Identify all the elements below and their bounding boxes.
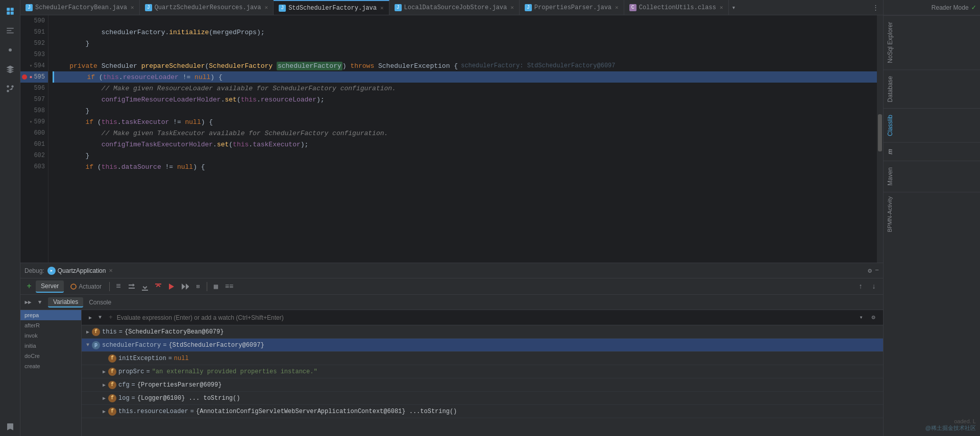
breakpoint-area-591[interactable] [20, 27, 29, 38]
breakpoint-area-598[interactable] [20, 105, 29, 116]
debug-step-out-btn[interactable] [152, 280, 164, 293]
frame-prepareScheduler[interactable]: prepa [20, 310, 81, 320]
var-expand-rl[interactable]: ▶ [100, 407, 108, 416]
tab-collection-utils[interactable]: C CollectionUtils.class ✕ [624, 0, 729, 15]
reader-mode-check-icon[interactable]: ✓ [972, 3, 976, 12]
var-expand-this[interactable]: ▶ [84, 328, 92, 336]
var-row-initException[interactable]: ▶ f initException = null [82, 352, 883, 365]
debug-resume-btn[interactable] [179, 280, 191, 293]
right-panel-classlib[interactable]: Classlib [884, 108, 980, 142]
right-panel-maven[interactable]: Maven [884, 161, 980, 192]
var-badge-sf: p [92, 341, 100, 349]
frame-afterPropertiesSet[interactable]: afterR [20, 320, 81, 330]
breakpoint-area-594[interactable] [20, 60, 29, 71]
eval-input[interactable] [117, 314, 853, 321]
eval-history-btn[interactable]: ▾ [855, 312, 867, 323]
tab-close-4[interactable]: ✕ [510, 4, 514, 11]
var-row-resourceLoader[interactable]: ▶ f this.resourceLoader = {AnnotationCon… [82, 405, 883, 418]
eval-settings-btn[interactable]: ⚙ [868, 312, 879, 323]
eval-collapse-btn[interactable]: ▼ [95, 313, 105, 322]
breakpoint-area-595[interactable] [20, 71, 29, 83]
var-row-cfg[interactable]: ▶ f cfg = {PropertiesParser@6099} [82, 378, 883, 392]
var-expand-sf[interactable]: ▼ [84, 341, 92, 349]
right-panel-footer-text: oaded. L @稀土掘金技术社区 [884, 414, 980, 436]
debug-run-to-cursor-btn[interactable] [165, 280, 178, 293]
debug-step-into-btn[interactable] [139, 280, 151, 293]
debug-minimize-btn[interactable]: − [875, 267, 879, 274]
breakpoint-area-596[interactable] [20, 83, 29, 94]
debug-settings-extra-btn[interactable]: ≡≡ [223, 280, 235, 293]
debug-frames-btn[interactable]: ≡ [112, 280, 125, 293]
debug-move-up-btn[interactable]: ↑ [854, 280, 867, 293]
sidebar-icon-commit[interactable] [1, 41, 19, 59]
debug-new-btn[interactable]: + [23, 281, 35, 292]
frame-create[interactable]: create [20, 361, 81, 371]
tab-scheduler-factory-bean[interactable]: J SchedulerFactoryBean.java ✕ [20, 0, 140, 15]
tab-close-3[interactable]: ✕ [380, 5, 384, 11]
right-panel: Reader Mode ✓ NoSql Explorer Database Cl… [883, 0, 980, 436]
tab-menu-btn[interactable]: ⋮ [869, 4, 883, 12]
breakpoint-area-590[interactable] [20, 15, 29, 27]
breakpoint-area-597[interactable] [20, 94, 29, 105]
right-panel-nosql[interactable]: NoSql Explorer [884, 15, 980, 69]
breakpoint-area-600[interactable] [20, 127, 29, 139]
tab-label-3: StdSchedulerFactory.java [288, 5, 377, 12]
console-tab-label: Console [89, 299, 111, 306]
right-panel-bpmn[interactable]: BPMN-Activity [884, 192, 980, 236]
left-sidebar [0, 0, 20, 436]
sidebar-icon-pull-requests[interactable] [1, 80, 19, 98]
debug-tab-actuator[interactable]: Actuator [65, 281, 107, 292]
eval-expand-btn[interactable]: ▶ [86, 313, 95, 322]
debug-session-close[interactable]: ✕ [109, 267, 112, 274]
frame-invoke[interactable]: invok [20, 330, 81, 341]
collapse-all-btn[interactable]: ▼ [34, 297, 45, 308]
var-expand-cfg[interactable]: ▶ [100, 381, 108, 389]
breakpoint-area-601[interactable] [20, 139, 29, 150]
code-content[interactable]: schedulerFactory.initialize(mergedProps)… [48, 15, 877, 263]
sidebar-icon-learn[interactable] [1, 60, 19, 79]
sidebar-icon-marks[interactable] [1, 418, 19, 436]
fold-icon-595[interactable]: ● [28, 74, 34, 80]
tab-close-2[interactable]: ✕ [265, 4, 268, 11]
debug-step-over-btn[interactable] [126, 280, 138, 293]
var-row-schedulerFactory[interactable]: ▼ p schedulerFactory = {StdSchedulerFact… [82, 339, 883, 352]
debug-layout-btn[interactable]: ▦ [210, 280, 222, 293]
var-row-log[interactable]: ▶ f log = {Logger@6100} ... toString() [82, 392, 883, 405]
tab-properties-parser[interactable]: J PropertiesParser.java ✕ [520, 0, 624, 15]
tab-console[interactable]: Console [84, 298, 116, 307]
debug-session: QuartzApplication [47, 267, 106, 275]
var-expand-log[interactable]: ▶ [100, 394, 108, 402]
right-panel-database[interactable]: Database [884, 69, 980, 108]
breakpoint-area-602[interactable] [20, 150, 29, 161]
frame-doCreate[interactable]: doCre [20, 351, 81, 361]
sidebar-icon-project[interactable] [1, 2, 19, 20]
editor-scrollbar[interactable] [877, 15, 883, 263]
var-row-propSrc[interactable]: ▶ f propSrc = "an externally provided pr… [82, 365, 883, 378]
fold-icon-599[interactable]: ▾ [28, 119, 34, 125]
breakpoint-area-603[interactable] [20, 161, 29, 172]
tab-quartz-scheduler-resources[interactable]: J QuartzSchedulerResources.java ✕ [140, 0, 274, 15]
debug-tab-server[interactable]: Server [36, 280, 64, 293]
frame-initialize[interactable]: initia [20, 341, 81, 351]
tab-std-scheduler-factory[interactable]: J StdSchedulerFactory.java ✕ [274, 0, 389, 15]
breakpoint-area-599[interactable] [20, 116, 29, 127]
expand-all-btn[interactable]: ▶▶ [22, 297, 34, 308]
var-row-this[interactable]: ▶ f this = {SchedulerFactoryBean@6079} [82, 325, 883, 339]
editor-area: 590 591 592 593 ▾ 594 [20, 15, 883, 263]
right-panel-m[interactable]: m [884, 142, 980, 161]
svg-rect-3 [10, 12, 13, 15]
tab-variables[interactable]: Variables [48, 297, 83, 307]
debug-settings-btn[interactable]: ⚙ [868, 267, 872, 275]
fold-icon-594[interactable]: ▾ [28, 63, 34, 69]
breakpoint-area-593[interactable] [20, 49, 29, 60]
tab-overflow-btn[interactable]: ▾ [729, 4, 739, 12]
debug-mute-btn[interactable]: ⊠ [192, 280, 204, 293]
debug-move-down-btn[interactable]: ↓ [868, 280, 880, 293]
tab-close-5[interactable]: ✕ [615, 4, 619, 11]
tab-close-6[interactable]: ✕ [720, 4, 723, 11]
tab-close-1[interactable]: ✕ [131, 4, 134, 11]
sidebar-icon-structure[interactable] [1, 21, 19, 40]
tab-local-datasource-job-store[interactable]: J LocalDataSourceJobStore.java ✕ [389, 0, 520, 15]
breakpoint-area-592[interactable] [20, 38, 29, 49]
var-expand-ps[interactable]: ▶ [100, 368, 108, 376]
